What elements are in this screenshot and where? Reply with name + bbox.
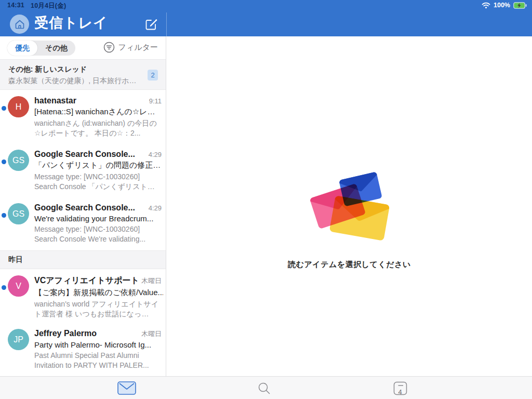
message-row[interactable]: V VCアフィリエイトサポート 木曜日 【ご案内】新規掲載のご依頼/Value.… bbox=[0, 269, 166, 323]
message-list-panel: 優先 その他 フィルター その他: 新しいスレッド 森永製菓（天使の健康）, 日… bbox=[0, 36, 166, 376]
message-top-line: Google Search Console... 4:29 bbox=[34, 203, 162, 212]
message-subject: 【ご案内】新規掲載のご依頼/Value... bbox=[34, 288, 163, 298]
wifi-icon bbox=[482, 2, 490, 9]
message-subject: [Hatena::S] wanichanさんの☆レ… bbox=[34, 107, 163, 117]
banner-preview: 森永製菓（天使の健康）, 日本旅行ホ… bbox=[8, 76, 143, 86]
message-time: 木曜日 bbox=[141, 276, 162, 286]
filter-bar: 優先 その他 フィルター bbox=[0, 36, 166, 60]
avatar: GS bbox=[8, 203, 29, 224]
message-time: 木曜日 bbox=[141, 329, 162, 339]
unread-dot bbox=[2, 159, 6, 164]
home-icon bbox=[14, 19, 25, 30]
message-sender: Jeffrey Palermo bbox=[34, 329, 138, 338]
mail-icon bbox=[117, 381, 136, 395]
message-preview: wanichanさん (id:wanichan) の今日の☆レポートです。 本日… bbox=[34, 118, 163, 138]
battery-percent: 100% bbox=[494, 2, 510, 9]
status-right: 100% bbox=[482, 2, 527, 9]
tab-focused[interactable]: 優先 bbox=[7, 41, 37, 56]
compose-icon bbox=[144, 17, 158, 31]
avatar: V bbox=[8, 275, 29, 297]
message-row[interactable]: JP Jeffrey Palermo 木曜日 Party with Palerm… bbox=[0, 323, 166, 376]
message-top-line: Jeffrey Palermo 木曜日 bbox=[34, 329, 162, 339]
message-top-line: VCアフィリエイトサポート 木曜日 bbox=[34, 275, 162, 286]
other-threads-banner[interactable]: その他: 新しいスレッド 森永製菓（天使の健康）, 日本旅行ホ… 2 bbox=[0, 60, 166, 90]
message-preview: Message type: [WNC-10030260] Search Cons… bbox=[34, 224, 163, 244]
home-button[interactable] bbox=[10, 15, 29, 34]
battery-icon bbox=[513, 2, 527, 9]
unread-count-badge: 2 bbox=[148, 70, 158, 81]
message-top-line: Google Search Console... 4:29 bbox=[34, 150, 162, 159]
message-row[interactable]: GS Google Search Console... 4:29 「パンくずリス… bbox=[0, 143, 166, 197]
envelopes-illustration bbox=[308, 166, 391, 242]
message-time: 4:29 bbox=[149, 204, 162, 212]
tab-bar: 4 bbox=[0, 376, 532, 399]
page-title: 受信トレイ bbox=[34, 14, 108, 32]
unread-dot bbox=[2, 285, 6, 290]
tab-mail[interactable] bbox=[111, 377, 142, 399]
message-list: H hatenastar 9:11 [Hatena::S] wanichanさん… bbox=[0, 90, 166, 376]
empty-state-message: 読むアイテムを選択してください bbox=[167, 260, 532, 270]
avatar: H bbox=[8, 96, 29, 117]
message-sender: VCアフィリエイトサポート bbox=[34, 275, 138, 286]
filter-icon bbox=[103, 42, 115, 53]
tab-other[interactable]: その他 bbox=[37, 41, 75, 56]
unread-dot bbox=[2, 213, 6, 218]
header-panel-seam bbox=[166, 12, 167, 36]
status-left: 14:31 10月4日(金) bbox=[7, 2, 66, 10]
status-date: 10月4日(金) bbox=[31, 2, 66, 10]
inbox-segmented-control: 優先 その他 bbox=[7, 41, 75, 56]
search-icon bbox=[258, 382, 271, 395]
message-time: 9:11 bbox=[149, 97, 162, 105]
message-sender: hatenastar bbox=[34, 96, 146, 105]
unread-dot bbox=[2, 106, 6, 111]
reading-pane: 読むアイテムを選択してください bbox=[167, 36, 532, 376]
filter-button[interactable]: フィルター bbox=[103, 42, 158, 53]
message-preview: Past Alumni Special Past Alumni Invitati… bbox=[34, 351, 163, 370]
tab-calendar[interactable]: 4 bbox=[384, 377, 416, 399]
message-top-line: hatenastar 9:11 bbox=[34, 96, 162, 105]
date-section-label: 昨日 bbox=[8, 255, 23, 264]
filter-label: フィルター bbox=[118, 43, 158, 52]
compose-button[interactable] bbox=[144, 17, 158, 31]
message-preview: Message type: [WNC-10030260] Search Cons… bbox=[34, 172, 163, 192]
message-row[interactable]: GS Google Search Console... 4:29 We're v… bbox=[0, 197, 166, 250]
date-section-header: 昨日 bbox=[0, 250, 166, 269]
status-time: 14:31 bbox=[7, 2, 24, 10]
avatar: GS bbox=[8, 150, 29, 171]
app-header: 受信トレイ bbox=[0, 12, 166, 36]
message-time: 4:29 bbox=[149, 151, 162, 158]
top-chrome: 14:31 10月4日(金) 100% bbox=[0, 0, 532, 36]
message-sender: Google Search Console... bbox=[34, 203, 145, 212]
message-preview: wanichan's world アフィリエイトサイト運営者 様 いつもお世話に… bbox=[34, 299, 163, 319]
message-row[interactable]: H hatenastar 9:11 [Hatena::S] wanichanさん… bbox=[0, 90, 166, 143]
message-subject: We're validating your Breadcrum... bbox=[34, 214, 163, 223]
status-bar: 14:31 10月4日(金) 100% bbox=[0, 0, 532, 12]
tab-search[interactable] bbox=[248, 377, 280, 399]
message-subject: 「パンくずリスト」の問題の修正… bbox=[34, 161, 163, 170]
calendar-icon: 4 bbox=[393, 381, 407, 395]
calendar-day-number: 4 bbox=[393, 388, 407, 396]
avatar: JP bbox=[8, 329, 29, 350]
message-sender: Google Search Console... bbox=[34, 150, 145, 159]
banner-title: その他: 新しいスレッド bbox=[8, 65, 143, 74]
message-subject: Party with Palermo- Microsoft Ig... bbox=[34, 340, 163, 349]
